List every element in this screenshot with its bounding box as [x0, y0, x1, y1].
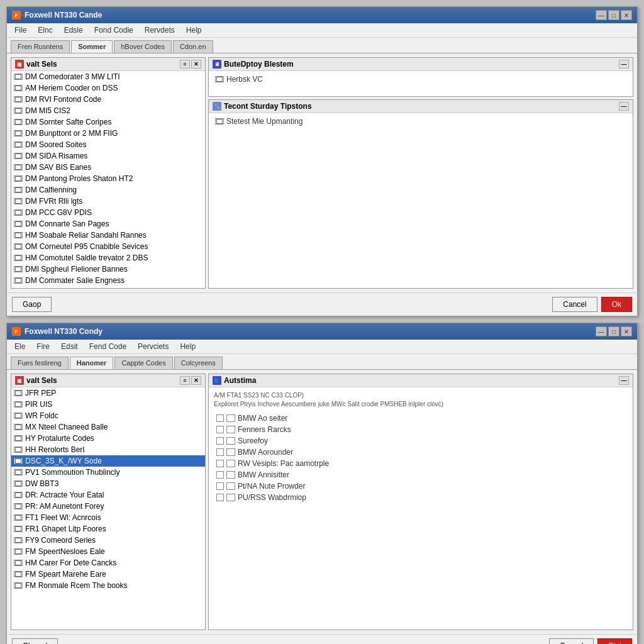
maximize-btn1[interactable]: □: [608, 10, 619, 20]
list-item[interactable]: DM RVI Fontond Code: [11, 94, 205, 105]
minimize-btn2[interactable]: —: [596, 326, 607, 336]
list-item[interactable]: PR: AM Aunetont Forey: [11, 501, 205, 512]
list-item[interactable]: DM SIDA Risames: [11, 150, 205, 162]
gaop-button[interactable]: Gaop: [12, 297, 52, 312]
menu-elnc[interactable]: Elnc: [33, 25, 57, 36]
menu-pervciets[interactable]: Pervciets: [133, 341, 174, 352]
panel-close-btn2[interactable]: ✕: [191, 376, 201, 385]
list-item[interactable]: DM Commater Salie Engness: [11, 275, 205, 286]
list-item[interactable]: FM Ronmale Rcem The books: [11, 580, 205, 591]
minimize-btn1[interactable]: —: [596, 10, 607, 20]
item-checkbox-box: [216, 414, 224, 422]
item-checkbox: [14, 458, 23, 464]
list-item[interactable]: HH Rerolorts BerI: [11, 444, 205, 455]
panel-sort-btn2[interactable]: ≡: [180, 376, 190, 385]
list-item[interactable]: DM MI5 CIS2: [11, 105, 205, 116]
item-label: PIR UIS: [25, 400, 52, 409]
autostima-list-item[interactable]: RW Vesipls: Pac aamotrple: [214, 458, 628, 469]
list-item[interactable]: JFR PEP: [11, 387, 205, 399]
menu-fire[interactable]: Fire: [31, 341, 55, 352]
tab1-2[interactable]: hBover Codes: [114, 40, 172, 53]
vehicle-list1[interactable]: DM Comedorater 3 MW LITIAM Heriem Cooder…: [11, 71, 205, 288]
list-item[interactable]: DM Calfienning: [11, 184, 205, 196]
autostima-list-item[interactable]: PU/RSS Wabdrmiop: [214, 492, 628, 503]
list-item[interactable]: DW BBT3: [11, 478, 205, 489]
autostima-list-item[interactable]: BMW Ao seiter: [214, 413, 628, 424]
info-item2[interactable]: Stetest Mie Upmanting: [213, 116, 629, 127]
auto-item-label: RW Vesipls: Pac aamotrple: [238, 459, 329, 468]
menu-rervdets[interactable]: Rervdets: [140, 25, 180, 36]
menu-file1[interactable]: File: [9, 25, 31, 36]
list-item[interactable]: DM Soored Soites: [11, 139, 205, 150]
list-item[interactable]: DM PCC G8V PDIS: [11, 207, 205, 218]
cancel-right-button[interactable]: Cancel: [549, 638, 594, 644]
list-item[interactable]: DMI Spgheul Flelioner Bannes: [11, 264, 205, 275]
menu-edsit[interactable]: Edsit: [56, 341, 83, 352]
list-item[interactable]: FM Speart Marehe Eare: [11, 569, 205, 580]
tab1-0[interactable]: Fren Rusntens: [11, 40, 70, 53]
info-item1[interactable]: Herbsk VC: [213, 74, 629, 85]
info-panel-close2[interactable]: —: [619, 102, 629, 111]
list-item[interactable]: DM Comedorater 3 MW LITI: [11, 71, 205, 82]
list-item[interactable]: DSC_3S_K_/WY Sode: [11, 455, 205, 467]
autostima-close[interactable]: —: [619, 376, 629, 385]
list-item[interactable]: WR Foldc: [11, 410, 205, 421]
autostima-list-item[interactable]: BMW Aorounder: [214, 447, 628, 458]
list-item[interactable]: HM Carer For Dete Cancks: [11, 557, 205, 569]
tab2-2[interactable]: Cappte Codes: [114, 357, 172, 369]
list-item[interactable]: FR1 Ghapet Litp Foores: [11, 523, 205, 535]
cancel-button1[interactable]: Cancel: [552, 297, 597, 312]
list-item[interactable]: FM SpeertNesloes Eale: [11, 546, 205, 557]
list-item[interactable]: DM FVRt Rlli lgts: [11, 196, 205, 207]
panel-sort-btn1[interactable]: ≡: [180, 60, 190, 69]
menu-fondcodie[interactable]: Fond Codie: [89, 25, 138, 36]
tab1-1[interactable]: Sommer: [71, 40, 113, 53]
tab2-0[interactable]: Fues festireng: [11, 357, 69, 369]
item-checkbox: [14, 390, 23, 396]
list-item[interactable]: FY9 Comeord Series: [11, 535, 205, 546]
tab2-3[interactable]: Colcyreens: [174, 357, 223, 369]
panel-close-btn1[interactable]: ✕: [191, 60, 201, 69]
item-label: DM FVRt Rlli lgts: [25, 197, 82, 206]
autostima-content: A/M FTA1 SS23 NC C33 CLOP)Explioret Ptry…: [209, 387, 633, 507]
menu-help1[interactable]: Help: [181, 25, 207, 36]
list-item[interactable]: DM Corropontlizte ffone Crolty Blidtrels: [11, 286, 205, 288]
list-item[interactable]: MX Nteel Chaneed Balle: [11, 421, 205, 433]
list-item[interactable]: HM Comotutel Saldle trevator 2 DBS: [11, 252, 205, 264]
list-item[interactable]: HM Soabale Reliar Sandahl Rannes: [11, 230, 205, 241]
autostima-items: BMW Ao seiterFenners RarcksSureefoyBMW A…: [214, 413, 628, 503]
item-checkbox-box: [216, 448, 224, 456]
list-item[interactable]: PV1 Sommoution Thublincly: [11, 467, 205, 478]
vehicle-list2[interactable]: JFR PEPPIR UISWR FoldcMX Nteel Chaneed B…: [11, 387, 205, 630]
autostima-list-item[interactable]: Fenners Rarcks: [214, 424, 628, 435]
menu-fendcode[interactable]: Fend Code: [84, 341, 131, 352]
tab2-1[interactable]: Hanomer: [70, 357, 114, 369]
next-button[interactable]: Stxt: [597, 638, 632, 644]
ok-button1[interactable]: Ok: [601, 297, 632, 312]
close-btn1[interactable]: ✕: [621, 10, 632, 20]
menu-help2[interactable]: Help: [175, 341, 201, 352]
list-item[interactable]: DR: Actracte Your Eatal: [11, 489, 205, 501]
menu-ele[interactable]: Ele: [9, 341, 30, 352]
list-item[interactable]: HY Protalurte Codes: [11, 433, 205, 444]
list-item[interactable]: OM Corneutel P95 Cnabible Sevices: [11, 241, 205, 252]
info-panel-close1[interactable]: —: [619, 60, 629, 69]
list-item[interactable]: DM SAV BIS Eanes: [11, 162, 205, 173]
close-btn2[interactable]: ✕: [621, 326, 632, 336]
list-item[interactable]: DM Bunpttont or 2 MM FIIG: [11, 128, 205, 139]
cancel-left-button[interactable]: Clcncel: [12, 638, 58, 644]
item-checkbox: [14, 232, 23, 238]
autostima-list-item[interactable]: Pt/NA Nute Prowder: [214, 480, 628, 492]
list-item[interactable]: PIR UIS: [11, 399, 205, 410]
menu-edsle[interactable]: Edsle: [59, 25, 88, 36]
list-item[interactable]: DM Sornter Safte Coripes: [11, 116, 205, 128]
list-item[interactable]: AM Heriem Cooder on DSS: [11, 82, 205, 94]
list-item[interactable]: FT1 Fleet Wl: Acnrcois: [11, 512, 205, 523]
autostima-list-item[interactable]: Sureefoy: [214, 435, 628, 447]
maximize-btn2[interactable]: □: [608, 326, 619, 336]
autostima-list-item[interactable]: BMW Annisitter: [214, 469, 628, 480]
tab1-3[interactable]: Cdon.en: [173, 40, 213, 53]
list-item[interactable]: DM Connarte San Pages: [11, 218, 205, 230]
item-label: OM Corneutel P95 Cnabible Sevices: [25, 242, 148, 251]
list-item[interactable]: DM Pantong Proles Shaton HT2: [11, 173, 205, 184]
